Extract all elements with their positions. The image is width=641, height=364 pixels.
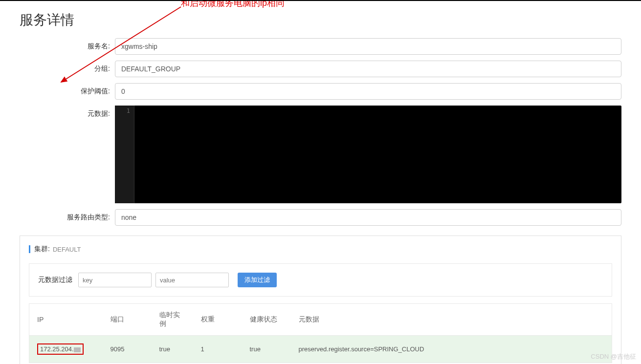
metadata-editor[interactable]: 1 — [115, 106, 621, 203]
header-ephemeral: 临时实例 — [152, 304, 193, 336]
group-input[interactable] — [115, 61, 621, 77]
header-health: 健康状态 — [242, 304, 291, 336]
filter-box: 元数据过滤 添加过滤 — [29, 263, 612, 297]
watermark: CSDN @吉他征 — [591, 352, 636, 361]
cell-metadata: preserved.register.source=SPRING_CLOUD — [291, 336, 612, 363]
cluster-header: 集群: DEFAULT — [29, 245, 612, 254]
cell-port: 9095 — [103, 336, 152, 363]
route-type-label: 服务路由类型: — [20, 209, 115, 222]
route-type-input[interactable] — [115, 209, 621, 226]
filter-key-input[interactable] — [78, 273, 152, 287]
table-header-row: IP 端口 临时实例 权重 健康状态 元数据 — [29, 304, 612, 336]
group-label: 分组: — [20, 61, 115, 73]
filter-value-input[interactable] — [155, 273, 229, 287]
ip-highlight: 172.25.204. — [37, 343, 84, 355]
threshold-input[interactable] — [115, 83, 621, 100]
header-port: 端口 — [103, 304, 152, 336]
code-line-number: 1 — [115, 106, 134, 203]
instances-table: IP 端口 临时实例 权重 健康状态 元数据 172.25.204. 9095 — [29, 303, 612, 363]
cell-health: true — [242, 336, 291, 363]
filter-label: 元数据过滤 — [38, 276, 72, 284]
table-row: 172.25.204. 9095 true 1 true preserved.r… — [29, 336, 612, 363]
header-ip: IP — [29, 304, 103, 336]
header-weight: 权重 — [193, 304, 242, 336]
metadata-label: 元数据: — [20, 106, 115, 118]
service-name-label: 服务名: — [20, 38, 115, 51]
cluster-title: 集群: — [34, 245, 50, 254]
add-filter-button[interactable]: 添加过滤 — [238, 273, 277, 287]
cluster-name: DEFAULT — [53, 246, 81, 253]
cluster-panel: 集群: DEFAULT 和启动微服务电脑的ip相同 元数据过滤 添加过滤 IP … — [20, 236, 621, 364]
annotation-text: 和启动微服务电脑的ip相同 — [181, 0, 285, 9]
page-title: 服务详情 — [20, 11, 621, 29]
cell-ip: 172.25.204. — [29, 336, 103, 363]
cluster-bar-icon — [29, 245, 30, 253]
cell-ephemeral: true — [152, 336, 193, 363]
ip-value: 172.25.204. — [40, 345, 74, 353]
service-name-input[interactable] — [115, 38, 621, 55]
cell-weight: 1 — [193, 336, 242, 363]
ip-mask-icon — [74, 347, 81, 352]
threshold-label: 保护阈值: — [20, 83, 115, 96]
header-metadata: 元数据 — [291, 304, 612, 336]
